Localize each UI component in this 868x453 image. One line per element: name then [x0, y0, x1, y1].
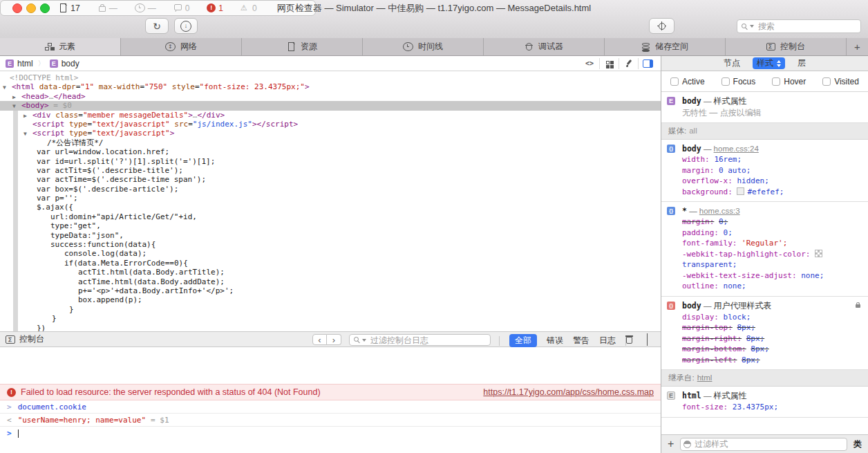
css-property[interactable]: display: block; — [682, 312, 862, 323]
dom-tree-row[interactable]: <!DOCTYPE html> — [0, 73, 661, 82]
disclosure-open-icon[interactable]: ▼ — [3, 83, 6, 92]
breadcrumb-item-body[interactable]: Ebody — [50, 59, 79, 68]
dom-tree-row[interactable]: $.ajax({ — [0, 203, 661, 212]
dom-tree-row[interactable]: success:function(data){ — [0, 240, 661, 249]
scope-errors[interactable]: 错误 — [547, 335, 563, 346]
layout-grid-button[interactable] — [599, 58, 618, 69]
scope-logs[interactable]: 日志 — [599, 335, 616, 346]
scope-warnings[interactable]: 警告 — [573, 335, 589, 346]
console-filter-field[interactable] — [349, 334, 491, 346]
search-input[interactable] — [757, 21, 860, 32]
rule-selector-line[interactable]: body — 用户代理样式表 — [682, 300, 862, 312]
inherited-element-link[interactable]: html — [697, 373, 713, 382]
toggle-sidebar-button[interactable] — [638, 58, 657, 69]
dom-tree-row[interactable]: var actTime=$('.describe-time span'); — [0, 175, 661, 184]
dom-tree-row[interactable]: var actTit=$('.describe-title'); — [0, 166, 661, 175]
color-swatch[interactable] — [737, 187, 744, 195]
dom-tree-row[interactable]: ▶<head>…</head> — [0, 92, 661, 101]
dom-tree-row[interactable]: var box=$('.describe-article'); — [0, 185, 661, 194]
console-forward-button[interactable]: › — [327, 334, 341, 345]
rule-selector-line[interactable]: body — 样式属性 — [682, 95, 862, 107]
stylesheet-link[interactable]: home.css:24 — [714, 145, 759, 153]
tab-storage[interactable]: 储存空间 — [605, 38, 726, 55]
checkbox-icon[interactable] — [772, 77, 780, 86]
reload-page-button[interactable]: ↻ — [145, 18, 169, 34]
css-property[interactable]: margin-bottom: 8px; — [682, 344, 862, 355]
checkbox-icon[interactable] — [822, 77, 831, 86]
scope-all[interactable]: 全部 — [509, 334, 537, 347]
collapse-console-button[interactable] — [647, 334, 648, 346]
tab-elements[interactable]: 元素 — [0, 38, 121, 55]
pseudo-toggle-hover[interactable]: Hover — [772, 77, 806, 86]
css-property[interactable]: font-family: 'Regular'; — [682, 238, 862, 249]
disclosure-open-icon[interactable]: ▼ — [23, 129, 27, 138]
dom-tree-row[interactable]: actTit.html(data.Body.artTitle); — [0, 268, 661, 277]
dom-tree-row[interactable]: var p=''; — [0, 194, 661, 203]
tab-style-selected[interactable]: 样式 — [753, 57, 785, 69]
pseudo-toggle-active[interactable]: Active — [670, 77, 705, 86]
dom-tree-row[interactable]: }) — [0, 324, 661, 331]
console-filter-input[interactable] — [369, 335, 490, 346]
dom-tree-row[interactable]: <script type="text/javascript" src="js/i… — [0, 120, 661, 129]
console-back-button[interactable]: ‹ — [312, 334, 327, 345]
dom-tree-row[interactable]: ▶<div class="member messageDetails">…</d… — [0, 111, 661, 120]
tab-timeline[interactable]: 时间线 — [363, 38, 484, 55]
dom-tree-row[interactable]: var url=window.location.href; — [0, 147, 661, 156]
rule-selector-line[interactable]: * — home.css:3 — [682, 205, 862, 216]
dom-tree-row[interactable]: typeData:"json", — [0, 231, 661, 240]
pseudo-toggle-visited[interactable]: Visited — [822, 77, 859, 86]
checkbox-icon[interactable] — [670, 77, 679, 86]
tab-network[interactable]: 网络 — [121, 38, 242, 55]
global-search-field[interactable] — [737, 19, 861, 33]
css-property[interactable]: margin-top: 8px; — [682, 322, 862, 333]
css-property[interactable]: margin-left: 8px; — [682, 355, 862, 366]
dom-tree-row[interactable]: /*公告详情页*/ — [0, 138, 661, 147]
css-property[interactable]: margin: 0 auto; — [682, 165, 862, 176]
show-source-button[interactable]: <> — [581, 58, 598, 69]
css-property[interactable]: -webkit-tap-highlight-color: transparent… — [682, 249, 862, 270]
dom-tree-row[interactable]: if(data.Meta.ErrorCode==0){ — [0, 259, 661, 268]
css-property[interactable]: -webkit-text-size-adjust: none; — [682, 270, 862, 281]
tab-debugger[interactable]: 调试器 — [484, 38, 605, 55]
tab-resources[interactable]: 资源 — [242, 38, 363, 55]
css-property[interactable]: padding: 0; — [682, 228, 862, 239]
pseudo-toggle-focus[interactable]: Focus — [721, 77, 756, 86]
disclosure-closed-icon[interactable]: ▶ — [23, 111, 27, 120]
add-tab-button[interactable]: + — [847, 38, 868, 55]
style-filter-input[interactable] — [693, 438, 847, 450]
css-property[interactable]: font-size: 23.4375px; — [682, 402, 862, 413]
dom-tree-row[interactable]: ▼<script type="text/javascript"> — [0, 129, 661, 138]
css-property[interactable]: margin-right: 8px; — [682, 333, 862, 344]
error-source-link[interactable]: https://t1.17yigo.com/app/css/home.css.m… — [483, 387, 654, 397]
classes-toggle-button[interactable]: 类 — [853, 438, 862, 450]
disclosure-open-icon[interactable]: ▼ — [12, 102, 16, 111]
tab-layers[interactable]: 层 — [798, 57, 806, 69]
css-property[interactable]: outline: none; — [682, 281, 862, 292]
css-property[interactable]: margin: 0; — [682, 216, 862, 228]
css-property[interactable]: background: #efefef; — [682, 187, 862, 198]
dom-tree-row[interactable]: box.append(p); — [0, 295, 661, 304]
dom-tree-row[interactable]: } — [0, 314, 661, 323]
dom-tree-row[interactable]: console.log(data); — [0, 249, 661, 258]
download-button[interactable]: ↓ — [174, 18, 198, 34]
tab-console[interactable]: 控制台 — [726, 38, 847, 55]
style-filter-field[interactable] — [680, 438, 847, 451]
dom-tree-row[interactable]: type:"get", — [0, 221, 661, 230]
element-inspect-button[interactable] — [649, 18, 674, 34]
dom-tree-row[interactable]: } — [0, 305, 661, 314]
dom-tree-row[interactable]: ▼<body> = $0 — [0, 101, 661, 110]
force-appearance-button[interactable] — [619, 58, 637, 69]
breadcrumb-item-html[interactable]: Ehtml — [6, 59, 33, 68]
css-property[interactable]: overflow-x: hidden; — [682, 176, 862, 187]
dom-tree-row[interactable]: var id=url.split('?')[1].split('=')[1]; — [0, 157, 661, 166]
console-input-row[interactable]: > — [0, 427, 661, 440]
rule-selector-line[interactable]: html — 样式属性 — [682, 390, 862, 402]
rule-empty-note[interactable]: 无特性 — 点按以编辑 — [682, 107, 862, 118]
stylesheet-link[interactable]: home.css:3 — [699, 207, 740, 215]
disclosure-closed-icon[interactable]: ▶ — [12, 93, 16, 102]
css-property[interactable]: width: 16rem; — [682, 154, 862, 165]
dom-tree-row[interactable]: actTime.html(data.Body.addDate); — [0, 277, 661, 286]
tab-node[interactable]: 节点 — [724, 57, 740, 69]
color-swatch[interactable] — [815, 250, 822, 257]
dom-tree-row[interactable]: ▼<html data-dpr="1" max-width="750" styl… — [0, 82, 661, 91]
